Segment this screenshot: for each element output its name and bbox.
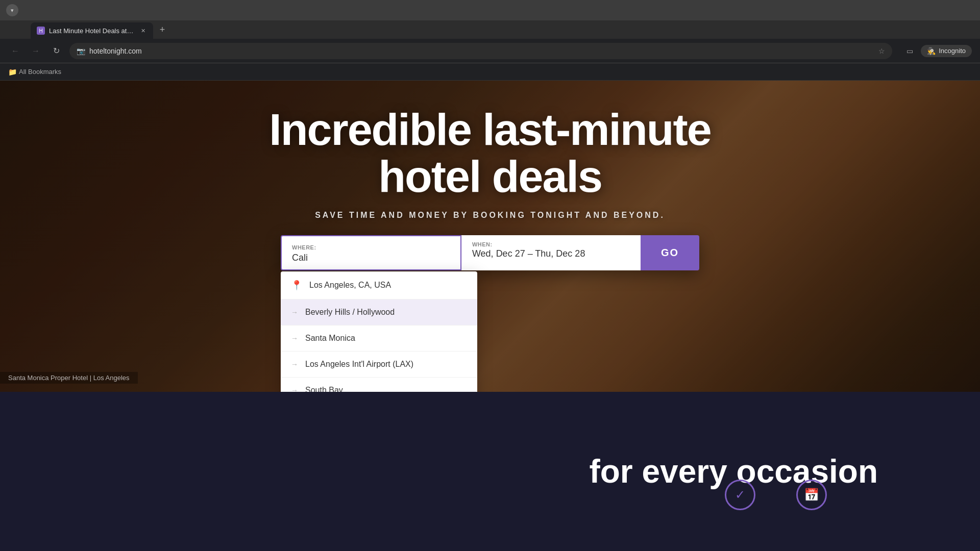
arrow-icon: → [291, 386, 298, 392]
camera-icon: 📷 [77, 47, 85, 55]
hero-content: Incredible last-minute hotel deals SAVE … [0, 81, 980, 270]
browser-chrome: ▾ H Last Minute Hotel Deals at Gre... ✕ … [0, 0, 980, 81]
hero-subtitle: SAVE TIME AND MONEY BY BOOKING TONIGHT A… [315, 211, 665, 220]
main-content: Incredible last-minute hotel deals SAVE … [0, 81, 980, 551]
tab-close-button[interactable]: ✕ [139, 27, 147, 35]
calendar-icon: 📅 [796, 480, 827, 510]
dropdown-item-los-angeles[interactable]: 📍 Los Angeles, CA, USA [281, 271, 477, 299]
new-tab-button[interactable]: + [155, 22, 169, 37]
active-tab[interactable]: H Last Minute Hotel Deals at Gre... ✕ [31, 22, 153, 39]
hero-title: Incredible last-minute hotel deals [269, 106, 711, 201]
search-bar: Where: When: Wed, Dec 27 – Thu, Dec 28 G… [281, 235, 699, 270]
icon-item-2: 📅 [796, 480, 827, 510]
browser-addressbar: ← → ↻ 📷 hoteltonight.com ☆ ▭ 🕵 Incognito [0, 39, 980, 63]
bookmarks-label: All Bookmarks [19, 68, 61, 76]
arrow-icon: → [291, 308, 298, 316]
incognito-button[interactable]: 🕵 Incognito [921, 45, 972, 57]
url-display: hoteltonight.com [89, 47, 874, 55]
bottom-icons: ✓ 📅 [725, 480, 827, 510]
browser-actions: ▭ 🕵 Incognito [902, 44, 972, 58]
dropdown-item-text: Santa Monica [305, 334, 467, 343]
where-label: Where: [292, 244, 316, 251]
checkmark-icon: ✓ [725, 480, 755, 510]
tab-nav-btn[interactable]: ▾ [6, 4, 18, 16]
dropdown-item-text: Beverly Hills / Hollywood [305, 308, 467, 317]
browser-tabs: H Last Minute Hotel Deals at Gre... ✕ + [0, 20, 980, 39]
where-field[interactable]: Where: [281, 235, 461, 270]
arrow-icon: → [291, 334, 298, 342]
dropdown-item-beverly-hills[interactable]: → Beverly Hills / Hollywood [281, 299, 477, 325]
image-caption: Santa Monica Proper Hotel | Los Angeles [0, 372, 138, 384]
dropdown-scroll: 📍 Los Angeles, CA, USA → Beverly Hills /… [281, 271, 477, 392]
window-controls: ▾ [6, 4, 18, 16]
when-value: Wed, Dec 27 – Thu, Dec 28 [472, 248, 630, 259]
arrow-icon: → [291, 360, 298, 368]
dropdown-item-santa-monica[interactable]: → Santa Monica [281, 325, 477, 352]
dropdown-item-south-bay[interactable]: → South Bay [281, 378, 477, 392]
dropdown-item-text: Los Angeles, CA, USA [309, 281, 467, 290]
location-pin-icon: 📍 [291, 280, 302, 291]
dropdown-item-lax[interactable]: → Los Angeles Int'l Airport (LAX) [281, 352, 477, 378]
where-input[interactable] [292, 253, 450, 263]
when-field[interactable]: When: Wed, Dec 27 – Thu, Dec 28 [461, 235, 641, 270]
bookmark-icon[interactable]: ☆ [878, 47, 885, 55]
bookmarks-bar: 📁 All Bookmarks [0, 63, 980, 81]
search-dropdown: 📍 Los Angeles, CA, USA → Beverly Hills /… [281, 271, 477, 392]
icon-item-1: ✓ [725, 480, 755, 510]
back-button[interactable]: ← [8, 44, 22, 58]
tab-title: Last Minute Hotel Deals at Gre... [49, 27, 135, 35]
forward-button[interactable]: → [29, 44, 43, 58]
when-label: When: [472, 241, 630, 247]
dropdown-item-text: South Bay [305, 386, 467, 392]
bookmarks-folder-icon: 📁 [8, 68, 17, 76]
browser-titlebar: ▾ [0, 0, 980, 20]
tab-favicon: H [37, 27, 45, 35]
refresh-button[interactable]: ↻ [49, 44, 63, 58]
go-button[interactable]: GO [641, 235, 699, 270]
address-bar[interactable]: 📷 hoteltonight.com ☆ [69, 43, 892, 59]
dropdown-item-text: Los Angeles Int'l Airport (LAX) [305, 360, 467, 369]
cast-icon[interactable]: ▭ [902, 44, 917, 58]
bottom-section: for every occasion ✓ 📅 [0, 392, 980, 551]
hero-section: Incredible last-minute hotel deals SAVE … [0, 81, 980, 392]
